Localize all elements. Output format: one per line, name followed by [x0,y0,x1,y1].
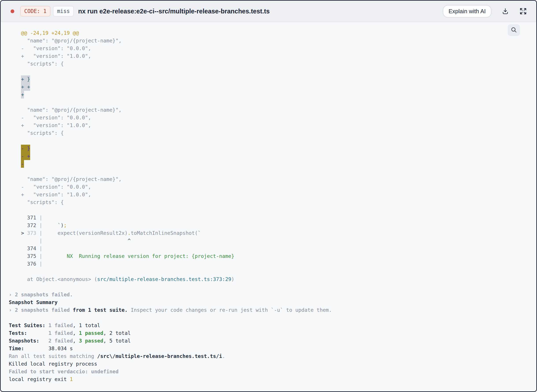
download-icon [502,8,509,15]
terminal-line [9,168,530,175]
terminal-lines: @@ -24,19 +24,19 @@ "name": "@proj/{proj… [1,22,536,387]
terminal-line: "name": "@proj/{project-name}", [9,37,530,45]
header: CODE: 1 miss nx run e2e-release:e2e-ci--… [1,1,536,22]
terminal-line: local registry exit 1 [9,376,530,383]
terminal-line: › 2 snapshots failed. [9,291,530,299]
terminal-line: Test Suites: 1 failed, 1 total [9,322,530,329]
download-button[interactable] [502,8,509,15]
terminal-line: "scripts": { [9,60,530,68]
search-button[interactable] [508,24,520,36]
terminal-line: 374 | [9,245,530,252]
terminal-line: - "version": "0.0.0", [9,114,530,121]
search-icon [511,27,517,34]
terminal-line: - + [9,152,530,160]
terminal-line: - } [9,145,530,152]
terminal-line: Ran all test suites matching /src\/multi… [9,352,530,360]
status-dot-icon [10,9,14,13]
terminal-line: 375 | NX Running release version for pro… [9,252,530,260]
terminal-line [9,98,530,106]
terminal-line: › 2 snapshots failed from 1 test suite. … [9,306,530,314]
terminal-line: | ^ [9,237,530,245]
terminal-line: Snapshots: 2 failed, 3 passed, 5 total [9,337,530,345]
cache-miss-badge: miss [53,6,74,16]
task-output-window: CODE: 1 miss nx run e2e-release:e2e-ci--… [0,0,537,392]
terminal-line [9,314,530,322]
terminal-line: - [9,160,530,168]
terminal-line: Killed local registry process [9,360,530,368]
terminal-line: Snapshot Summary [9,299,530,306]
terminal-line: + "version": "1.0.0", [9,121,530,129]
terminal-line: @@ -24,19 +24,19 @@ [9,29,530,37]
terminal-line: + "version": "1.0.0", [9,52,530,60]
terminal-line: - "version": "0.0.0", [9,183,530,191]
terminal-line: > 373 | expect(versionResult2x).toMatchI… [9,229,530,237]
terminal-line: Failed to start verdaccio: undefined [9,368,530,376]
terminal-line: at Object.<anonymous> (src/multiple-rele… [9,275,530,283]
terminal-line: Time: 38.034 s [9,345,530,352]
explain-with-ai-button[interactable]: Explain with AI [443,5,491,18]
terminal-line: "name": "@proj/{project-name}", [9,175,530,183]
terminal-output-panel: @@ -24,19 +24,19 @@ "name": "@proj/{proj… [1,22,536,391]
terminal-line: 371 | [9,214,530,222]
terminal-line [9,268,530,275]
expand-icon [519,7,527,15]
terminal-line [9,283,530,291]
task-title: nx run e2e-release:e2e-ci--src/multiple-… [78,8,443,15]
fullscreen-button[interactable] [519,7,527,15]
terminal-line [9,137,530,145]
terminal-line: + "version": "1.0.0", [9,191,530,199]
terminal-line: + [9,91,530,98]
terminal-line: Tests: 1 failed, 1 passed, 2 total [9,329,530,337]
terminal-line [9,206,530,214]
terminal-line: "name": "@proj/{project-name}", [9,106,530,114]
terminal-line: + } [9,75,530,83]
terminal-line [9,68,530,75]
terminal-line: "scripts": { [9,199,530,206]
terminal-line: 372 | `); [9,222,530,229]
exit-code-badge: CODE: 1 [20,6,50,16]
terminal-line: - "version": "0.0.0", [9,45,530,52]
terminal-line: "scripts": { [9,129,530,137]
terminal-line: + + [9,83,530,91]
terminal-line: 376 | [9,260,530,268]
